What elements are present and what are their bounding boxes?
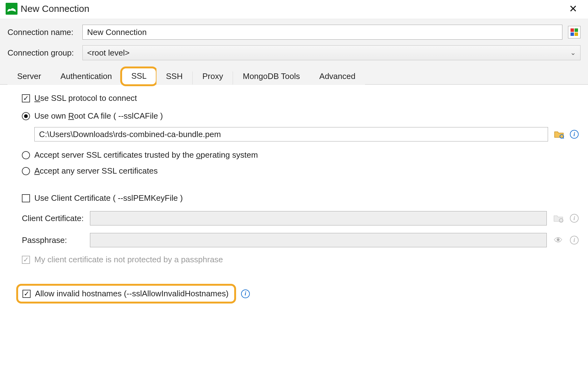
use-ssl-label[interactable]: Use SSL protocol to connect bbox=[34, 93, 137, 103]
allow-invalid-hostnames-label[interactable]: Allow invalid hostnames (--sslAllowInval… bbox=[35, 289, 229, 299]
use-client-cert-checkbox[interactable] bbox=[22, 194, 30, 202]
app-icon bbox=[6, 3, 17, 15]
connection-name-label: Connection name: bbox=[7, 27, 77, 37]
color-picker-button[interactable] bbox=[568, 26, 581, 38]
no-passphrase-checkbox bbox=[22, 256, 30, 264]
passphrase-label: Passphrase: bbox=[22, 235, 84, 245]
ca-file-input[interactable] bbox=[34, 127, 548, 141]
tab-ssl[interactable]: SSL bbox=[121, 68, 156, 85]
connection-header: Connection name: Connection group: <root… bbox=[0, 19, 588, 67]
connection-group-select[interactable]: <root level> ⌄ bbox=[82, 45, 581, 60]
reveal-passphrase-button: 👁 bbox=[552, 234, 564, 246]
svg-line-1 bbox=[563, 138, 564, 139]
accept-any-radio[interactable] bbox=[22, 167, 30, 175]
tab-proxy[interactable]: Proxy bbox=[193, 68, 233, 85]
allow-invalid-hostnames-highlight: Allow invalid hostnames (--sslAllowInval… bbox=[16, 284, 236, 304]
window-title: New Connection bbox=[21, 3, 89, 14]
accept-os-trusted-radio[interactable] bbox=[22, 151, 30, 159]
passphrase-input bbox=[90, 233, 547, 247]
accept-os-trusted-label[interactable]: Accept server SSL certificates trusted b… bbox=[34, 150, 258, 160]
accept-any-label[interactable]: Accept any server SSL certificates bbox=[34, 166, 158, 176]
tab-authentication[interactable]: Authentication bbox=[51, 68, 122, 85]
tabs: Server Authentication SSL SSH Proxy Mong… bbox=[0, 67, 588, 85]
no-passphrase-label: My client certificate is not protected b… bbox=[34, 255, 223, 264]
allow-invalid-hostnames-checkbox[interactable] bbox=[22, 290, 31, 298]
use-own-root-ca-radio[interactable] bbox=[22, 112, 30, 120]
use-ssl-checkbox[interactable] bbox=[22, 94, 30, 102]
info-icon: i bbox=[570, 236, 579, 244]
use-client-cert-label[interactable]: Use Client Certificate ( --sslPEMKeyFile… bbox=[34, 193, 183, 203]
connection-name-input[interactable] bbox=[82, 25, 562, 40]
browse-ca-file-button[interactable] bbox=[553, 128, 565, 140]
ssl-panel: Use SSL protocol to connect Use own Root… bbox=[0, 85, 588, 312]
chevron-down-icon: ⌄ bbox=[570, 49, 576, 57]
info-icon[interactable]: i bbox=[570, 130, 579, 139]
use-own-root-ca-label[interactable]: Use own Root CA file ( --sslCAFile ) bbox=[34, 111, 163, 121]
client-cert-label: Client Certificate: bbox=[22, 214, 84, 223]
tab-mongodb-tools[interactable]: MongoDB Tools bbox=[233, 68, 309, 85]
browse-client-cert-button bbox=[552, 212, 564, 224]
title-bar: New Connection ✕ bbox=[0, 0, 588, 19]
tab-server[interactable]: Server bbox=[7, 68, 51, 85]
connection-group-label: Connection group: bbox=[7, 48, 77, 58]
close-button[interactable]: ✕ bbox=[566, 2, 581, 15]
tab-advanced[interactable]: Advanced bbox=[310, 68, 365, 85]
info-icon: i bbox=[570, 214, 579, 223]
client-cert-input bbox=[90, 211, 547, 225]
eye-icon: 👁 bbox=[554, 235, 563, 245]
tab-ssh[interactable]: SSH bbox=[156, 68, 192, 85]
connection-group-value: <root level> bbox=[87, 48, 130, 58]
info-icon[interactable]: i bbox=[241, 289, 250, 298]
